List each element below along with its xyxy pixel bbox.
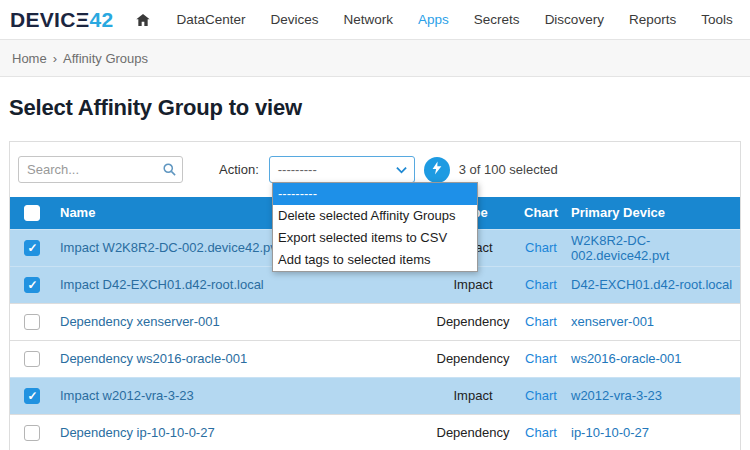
top-navbar: DEVICΞ42 DataCenter Devices Network Apps… [0, 0, 750, 39]
primary-device-link[interactable]: xenserver-001 [571, 314, 654, 329]
action-dropdown-menu: --------- Delete selected Affinity Group… [272, 182, 478, 272]
nav-menu: DataCenter Devices Network Apps Secrets … [135, 12, 732, 28]
chart-link[interactable]: Chart [525, 388, 557, 403]
row-checkbox[interactable] [24, 425, 40, 441]
primary-device-link[interactable]: ws2016-oracle-001 [571, 351, 682, 366]
row-checkbox[interactable] [24, 277, 40, 293]
header-primary-device[interactable]: Primary Device [565, 197, 740, 229]
selected-count-status: 3 of 100 selected [459, 162, 558, 177]
type-value: Dependency [429, 414, 517, 450]
table-row: Impact w2012-vra-3-23 Impact Chart w2012… [10, 377, 740, 414]
breadcrumb-home-link[interactable]: Home [12, 51, 47, 66]
breadcrumb-current: Affinity Groups [63, 51, 148, 66]
primary-device-link[interactable]: w2012-vra-3-23 [571, 388, 662, 403]
affinity-group-link[interactable]: Dependency xenserver-001 [60, 314, 220, 329]
chart-link[interactable]: Chart [525, 240, 557, 255]
primary-device-link[interactable]: D42-EXCH01.d42-root.local [571, 277, 732, 292]
menu-option-delete[interactable]: Delete selected Affinity Groups [273, 205, 477, 227]
breadcrumb-separator: › [53, 51, 57, 66]
chevron-down-icon [396, 162, 407, 177]
nav-item-secrets[interactable]: Secrets [474, 12, 520, 27]
nav-item-tools[interactable]: Tools [701, 12, 733, 27]
logo-text-dark: DEVIC [10, 8, 76, 31]
nav-item-datacenter[interactable]: DataCenter [176, 12, 245, 27]
affinity-group-link[interactable]: Impact W2K8R2-DC-002.device42.pvt [60, 240, 280, 255]
lightning-icon [430, 161, 444, 178]
row-checkbox[interactable] [24, 240, 40, 256]
affinity-group-link[interactable]: Impact D42-EXCH01.d42-root.local [60, 277, 264, 292]
nav-item-apps[interactable]: Apps [418, 12, 449, 27]
type-value: Impact [429, 377, 517, 414]
type-value: Dependency [429, 303, 517, 340]
action-select[interactable]: --------- [269, 156, 415, 183]
nav-item-reports[interactable]: Reports [629, 12, 676, 27]
device42-logo[interactable]: DEVICΞ42 [10, 8, 113, 32]
chart-link[interactable]: Chart [525, 314, 557, 329]
action-select-value: --------- [278, 162, 317, 177]
type-value: Dependency [429, 340, 517, 377]
breadcrumb: Home › Affinity Groups [0, 39, 750, 77]
menu-option-export-csv[interactable]: Export selected items to CSV [273, 227, 477, 249]
header-chart: Chart [517, 197, 565, 229]
row-checkbox[interactable] [24, 351, 40, 367]
table-row: Dependency ip-10-10-0-27 Dependency Char… [10, 414, 740, 450]
table-row: Dependency ws2016-oracle-001 Dependency … [10, 340, 740, 377]
affinity-group-link[interactable]: Impact w2012-vra-3-23 [60, 388, 194, 403]
menu-option-blank[interactable]: --------- [273, 183, 477, 205]
row-checkbox[interactable] [24, 388, 40, 404]
search-input[interactable] [18, 156, 183, 183]
primary-device-link[interactable]: W2K8R2-DC-002.device42.pvt [571, 233, 669, 263]
select-all-checkbox[interactable] [24, 205, 40, 221]
chart-link[interactable]: Chart [525, 351, 557, 366]
logo-text-42: 42 [90, 8, 114, 31]
table-row: Dependency xenserver-001 Dependency Char… [10, 303, 740, 340]
page-title: Select Affinity Group to view [9, 95, 750, 121]
primary-device-link[interactable]: ip-10-10-0-27 [571, 425, 649, 440]
chart-link[interactable]: Chart [525, 425, 557, 440]
row-checkbox[interactable] [24, 314, 40, 330]
home-icon[interactable] [135, 12, 151, 28]
affinity-group-link[interactable]: Dependency ws2016-oracle-001 [60, 351, 247, 366]
menu-option-add-tags[interactable]: Add tags to selected items [273, 249, 477, 271]
search-wrap [18, 156, 183, 183]
nav-item-discovery[interactable]: Discovery [545, 12, 604, 27]
nav-item-devices[interactable]: Devices [271, 12, 319, 27]
action-label: Action: [219, 162, 259, 177]
run-action-button[interactable] [424, 157, 450, 183]
chart-link[interactable]: Chart [525, 277, 557, 292]
logo-e-glyph: Ξ [76, 8, 90, 31]
affinity-group-link[interactable]: Dependency ip-10-10-0-27 [60, 425, 215, 440]
nav-item-network[interactable]: Network [344, 12, 394, 27]
